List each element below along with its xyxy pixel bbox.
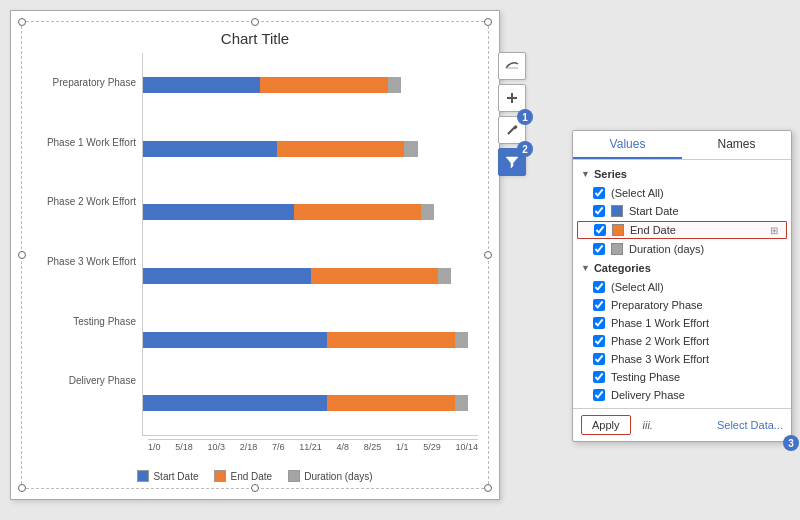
handle-bc[interactable]: [251, 484, 259, 492]
handle-tc[interactable]: [251, 18, 259, 26]
filter-footer: Apply 3 iii. Select Data...: [573, 408, 791, 441]
series-section-header[interactable]: ▼ Series: [573, 164, 791, 184]
legend-end-date: End Date: [214, 470, 272, 482]
x-label-6: 4/8: [336, 442, 349, 452]
cat-phase3-checkbox[interactable]: [593, 353, 605, 365]
chart-elements-button[interactable]: [498, 52, 526, 80]
handle-bl[interactable]: [18, 484, 26, 492]
bar-row-prep: [143, 74, 478, 96]
cat-testing-label: Testing Phase: [611, 371, 680, 383]
bar-gray-phase3: [438, 268, 451, 284]
bar-orange-delivery: [327, 395, 454, 411]
bar-orange-testing: [327, 332, 454, 348]
plus-icon: [505, 91, 519, 105]
legend-color-orange: [214, 470, 226, 482]
cat-preparatory[interactable]: Preparatory Phase: [573, 296, 791, 314]
cat-phase1-checkbox[interactable]: [593, 317, 605, 329]
bar-row-phase1: [143, 138, 478, 160]
x-label-10: 10/14: [455, 442, 478, 452]
handle-tl[interactable]: [18, 18, 26, 26]
categories-section-label: Categories: [594, 262, 651, 274]
series-duration-checkbox[interactable]: [593, 243, 605, 255]
chart-elements-icon: [504, 58, 520, 74]
cat-phase2[interactable]: Phase 2 Work Effort: [573, 332, 791, 350]
series-duration[interactable]: Duration (days): [573, 240, 791, 258]
y-label-3: Phase 2 Work Effort: [32, 196, 136, 208]
tab-names[interactable]: Names: [682, 131, 791, 159]
y-label-4: Phase 1 Work Effort: [32, 137, 136, 149]
workspace: Chart Title Delivery Phase Testing Phase…: [0, 0, 800, 520]
legend-label-duration: Duration (days): [304, 471, 372, 482]
bars-area: [142, 53, 478, 436]
chart-filter-button[interactable]: 2: [498, 148, 526, 176]
bar-blue-delivery: [143, 395, 327, 411]
bar-gray-phase2: [421, 204, 434, 220]
cat-select-all[interactable]: (Select All): [573, 278, 791, 296]
bar-orange-phase3: [311, 268, 438, 284]
bar-orange-phase1: [277, 141, 404, 157]
filter-body: ▼ Series (Select All) Start Date End Dat…: [573, 160, 791, 408]
series-select-all-label: (Select All): [611, 187, 664, 199]
y-axis: Delivery Phase Testing Phase Phase 3 Wor…: [32, 53, 142, 436]
handle-ml[interactable]: [18, 251, 26, 259]
bar-row-phase2: [143, 201, 478, 223]
series-arrow-icon: ▼: [581, 169, 590, 179]
categories-section-header[interactable]: ▼ Categories: [573, 258, 791, 278]
series-end-date[interactable]: End Date ⊞: [577, 221, 787, 239]
x-label-1: 5/18: [175, 442, 193, 452]
cat-phase3[interactable]: Phase 3 Work Effort: [573, 350, 791, 368]
x-label-8: 1/1: [396, 442, 409, 452]
series-start-date-checkbox[interactable]: [593, 205, 605, 217]
series-select-all[interactable]: (Select All): [573, 184, 791, 202]
cat-preparatory-checkbox[interactable]: [593, 299, 605, 311]
legend-label-end: End Date: [230, 471, 272, 482]
bar-gray-testing: [455, 332, 468, 348]
x-label-2: 10/3: [207, 442, 225, 452]
bar-gray-delivery: [455, 395, 468, 411]
cat-phase1[interactable]: Phase 1 Work Effort: [573, 314, 791, 332]
categories-arrow-icon: ▼: [581, 263, 590, 273]
series-end-date-checkbox[interactable]: [594, 224, 606, 236]
legend-label-start: Start Date: [153, 471, 198, 482]
tab-values[interactable]: Values: [573, 131, 682, 159]
bar-blue-phase2: [143, 204, 294, 220]
chart-inner: Chart Title Delivery Phase Testing Phase…: [21, 21, 489, 489]
cat-select-all-checkbox[interactable]: [593, 281, 605, 293]
bar-row-testing: [143, 329, 478, 351]
apply-button[interactable]: Apply: [581, 415, 631, 435]
cat-testing-checkbox[interactable]: [593, 371, 605, 383]
bars-section: Delivery Phase Testing Phase Phase 3 Wor…: [32, 53, 478, 436]
bar-blue-prep: [143, 77, 260, 93]
x-label-3: 2/18: [240, 442, 258, 452]
cat-phase2-checkbox[interactable]: [593, 335, 605, 347]
add-chart-element-button[interactable]: [498, 84, 526, 112]
chart-style-button[interactable]: 1: [498, 116, 526, 144]
cat-delivery[interactable]: Delivery Phase: [573, 386, 791, 404]
bar-blue-phase1: [143, 141, 277, 157]
bar-blue-testing: [143, 332, 327, 348]
cat-preparatory-label: Preparatory Phase: [611, 299, 703, 311]
handle-mr[interactable]: [484, 251, 492, 259]
brush-icon: [505, 123, 519, 137]
cat-testing[interactable]: Testing Phase: [573, 368, 791, 386]
x-labels: 1/0 5/18 10/3 2/18 7/6 11/21 4/8 8/25 1/…: [148, 439, 478, 452]
chart-toolbar: 1 2 i.: [498, 52, 526, 176]
filter-icon: [505, 155, 519, 169]
badge-2: 2: [517, 141, 533, 157]
chart-title: Chart Title: [221, 30, 289, 47]
cat-delivery-checkbox[interactable]: [593, 389, 605, 401]
bar-orange-prep: [260, 77, 387, 93]
badge-1: 1: [517, 109, 533, 125]
x-label-9: 5/29: [423, 442, 441, 452]
bar-gray-prep: [388, 77, 401, 93]
handle-tr[interactable]: [484, 18, 492, 26]
x-label-7: 8/25: [364, 442, 382, 452]
y-label-0: Delivery Phase: [32, 375, 136, 387]
series-select-all-checkbox[interactable]: [593, 187, 605, 199]
duration-color-icon: [611, 243, 623, 255]
series-start-date[interactable]: Start Date: [573, 202, 791, 220]
handle-br[interactable]: [484, 484, 492, 492]
select-data-link[interactable]: Select Data...: [717, 419, 783, 431]
bar-orange-phase2: [294, 204, 421, 220]
bar-blue-phase3: [143, 268, 311, 284]
